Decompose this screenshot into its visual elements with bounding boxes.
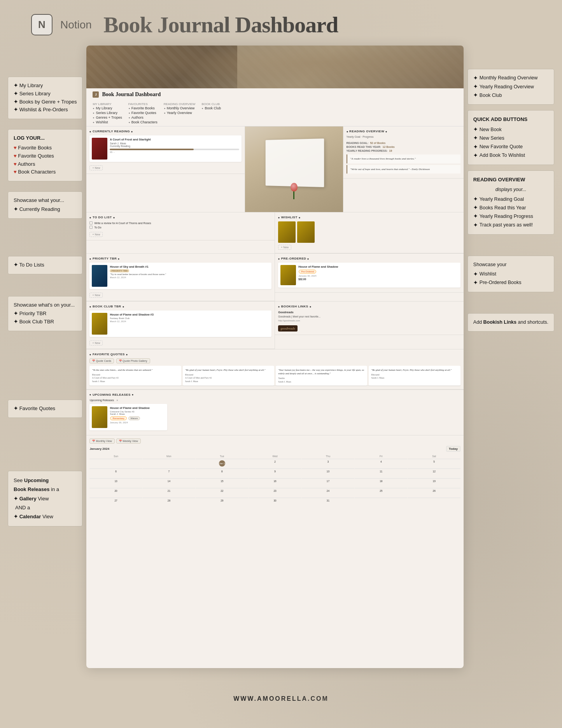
nav-my-library-item[interactable]: My Library	[93, 106, 122, 111]
cal-day-14[interactable]: 14	[143, 478, 195, 488]
notion-logo-icon: N	[31, 14, 53, 35]
cal-day-18[interactable]: 18	[355, 478, 407, 488]
cal-day-26[interactable]: 26	[408, 488, 460, 497]
nav-fav-books-item[interactable]: Favorite Books	[128, 106, 158, 111]
cal-day-10[interactable]: 10	[302, 468, 354, 478]
bookclub-links-row: BOOK CLUB TBR House of Flame and Shadow …	[86, 302, 463, 349]
cal-day-15[interactable]: 15	[196, 478, 248, 488]
priority-tbr-section: PRIORITY TBR House of Sky and Breath #1 …	[86, 254, 275, 301]
bookish-links-section: BOOKISH LINKS Goodreads Goodreads | Meet…	[275, 302, 464, 349]
add-currently-reading-button[interactable]: + New	[89, 165, 103, 170]
weekly-view-button[interactable]: Weekly View	[116, 439, 141, 444]
wishlist-gallery-item-2	[297, 221, 315, 243]
cal-day-29[interactable]: 29	[196, 498, 248, 507]
upcoming-x-icon[interactable]: ✕	[116, 399, 118, 402]
cal-day-23[interactable]: 23	[249, 488, 301, 497]
todo-checkbox-2[interactable]	[89, 226, 93, 229]
nav-favourites-title: favourites	[128, 102, 158, 106]
cal-day-4[interactable]: 4	[355, 459, 407, 468]
main-container: ✦ My Library ✦ Series Library ✦ Books by…	[0, 46, 562, 684]
nav-book-club[interactable]: book club Book Club	[201, 102, 221, 125]
currently-reading-section: CURRENTLY READING A Court of Frost and S…	[86, 126, 245, 212]
cal-day-31[interactable]: 31	[302, 498, 354, 507]
cal-day-1[interactable]: Jan 1	[196, 459, 248, 468]
pre-ordered-badge: Pre-Ordered	[299, 270, 316, 274]
monthly-view-button[interactable]: Monthly View	[89, 439, 115, 444]
cal-day-13[interactable]: 13	[89, 478, 142, 488]
cal-day-8[interactable]: 8	[196, 468, 248, 478]
priority-tbr-title: PRIORITY TBR	[89, 257, 271, 260]
cal-day-27[interactable]: 27	[89, 498, 142, 507]
cal-day-28[interactable]: 28	[143, 498, 195, 507]
cal-day-25[interactable]: 25	[355, 488, 407, 497]
page-header: N Notion Book Journal Dashboard	[0, 0, 562, 46]
goodreads-label: Goodreads	[278, 310, 460, 314]
pre-ordered-title: PRE-ORDERED	[278, 257, 460, 260]
nav-overview-title: reading overview	[164, 102, 196, 106]
cal-day-16[interactable]: 16	[249, 478, 301, 488]
reading-progress-fill	[110, 149, 194, 150]
cal-day-17[interactable]: 17	[302, 478, 354, 488]
nav-fav-quotes-item[interactable]: Favorite Quotes	[128, 111, 158, 115]
nav-favourites[interactable]: favourites Favorite Books Favorite Quote…	[128, 102, 158, 125]
cal-day-24[interactable]: 24	[302, 488, 354, 497]
add-priority-tbr-button[interactable]: + New	[89, 293, 103, 298]
nav-series-library-item[interactable]: Series Library	[93, 111, 122, 115]
showcase-annotation-box: Showcase what your... ✦ Currently Readin…	[8, 191, 82, 219]
cal-day-20[interactable]: 20	[89, 488, 142, 497]
calendar-view-buttons[interactable]: Monthly View Weekly View	[89, 439, 460, 444]
quote-card-2: "Be glad of your human heart, Feyre. Pit…	[183, 366, 274, 386]
upcoming-book-cover	[92, 406, 107, 428]
todo-title: TO DO LIST	[89, 216, 271, 219]
cal-day-2[interactable]: 2	[249, 459, 301, 468]
cal-day-empty-3	[355, 498, 407, 507]
cal-header-mon: Mon	[143, 454, 195, 458]
todo-checkbox-1[interactable]	[89, 221, 93, 225]
cal-day-empty-4	[408, 498, 460, 507]
dashboard-nav[interactable]: my library My Library Series Library Gen…	[86, 101, 463, 126]
calendar-today-btn[interactable]: Today	[446, 446, 460, 452]
cal-day-empty-2	[143, 459, 195, 468]
log-annotation-box: LOG YOUR... ♥ Favorite Books ♥ Favorite …	[8, 129, 82, 181]
cal-day-21[interactable]: 21	[143, 488, 195, 497]
quote-cards-tab[interactable]: Quote Cards	[89, 358, 114, 363]
nav-my-library[interactable]: my library My Library Series Library Gen…	[93, 102, 122, 125]
cal-day-7[interactable]: 7	[143, 468, 195, 478]
book-club-book-cover	[92, 313, 107, 335]
nav-genres-item[interactable]: Genres + Tropes	[93, 115, 122, 120]
nav-reading-overview[interactable]: reading overview Monthly Overview Yearly…	[164, 102, 196, 125]
left-annotations: ✦ My Library ✦ Series Library ✦ Books by…	[8, 46, 86, 668]
currently-reading-title: CURRENTLY READING	[89, 130, 241, 133]
quote-photo-gallery-tab[interactable]: Quote Photo Gallery	[116, 358, 150, 363]
priority-annotation-box: Showcase what's on your... ✦ Priority TB…	[8, 296, 82, 331]
cal-day-30[interactable]: 30	[249, 498, 301, 507]
add-todo-button[interactable]: + New	[89, 232, 103, 237]
nav-monthly-item[interactable]: Monthly Overview	[164, 106, 196, 111]
reading-quote-1: "A reader lives a thousand lives through…	[347, 154, 460, 163]
nav-book-club-item[interactable]: Book Club	[201, 106, 221, 111]
cal-day-9[interactable]: 9	[249, 468, 301, 478]
cal-day-22[interactable]: 22	[196, 488, 248, 497]
cal-day-11[interactable]: 11	[355, 468, 407, 478]
add-book-club-button[interactable]: + New	[89, 340, 103, 346]
upcoming-releases-title: UPCOMING RELEASES	[89, 393, 460, 396]
priority-preordered-row: PRIORITY TBR House of Sky and Breath #1 …	[86, 254, 463, 302]
cal-header-sun: Sun	[89, 454, 142, 458]
cal-header-wed: Wed	[249, 454, 301, 458]
calendar-header: January 2024 Today	[89, 446, 460, 452]
nav-yearly-item[interactable]: Yearly Overview	[164, 111, 196, 115]
nav-library-title: my library	[93, 102, 122, 106]
cal-day-12[interactable]: 12	[408, 468, 460, 478]
dashboard-hero-image	[86, 46, 463, 88]
cal-day-3[interactable]: 3	[302, 459, 354, 468]
nav-authors-item[interactable]: Authors	[128, 115, 158, 120]
yearly-goal-row: Yearly Goal · Progress	[347, 135, 460, 138]
cal-day-19[interactable]: 19	[408, 478, 460, 488]
nav-characters-item[interactable]: Book Characters	[128, 120, 158, 125]
priority-tbr-badge: PRIORITY TBR	[110, 269, 129, 272]
nav-wishlist-item[interactable]: Wishlist	[93, 120, 122, 125]
cal-day-5[interactable]: 5	[408, 459, 460, 468]
cal-day-6[interactable]: 6	[89, 468, 142, 478]
add-wishlist-button[interactable]: + New	[278, 245, 291, 250]
upcoming-book-title: House of Flame and Shadow	[110, 406, 165, 410]
